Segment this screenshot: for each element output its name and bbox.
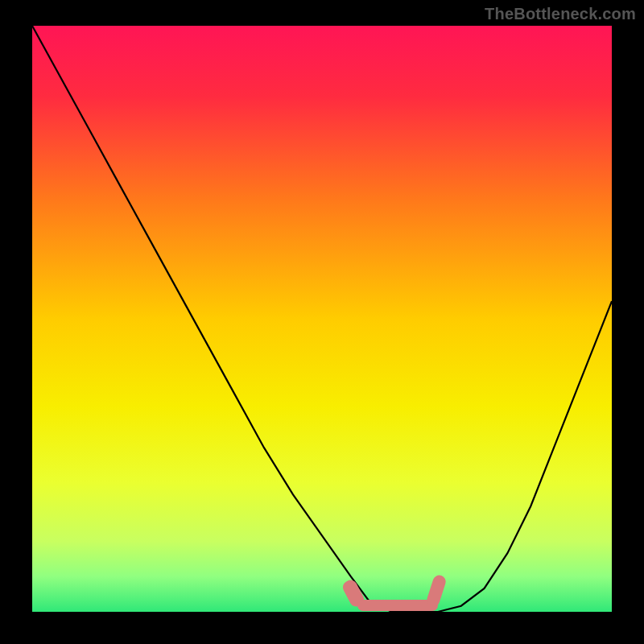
frame-right (612, 0, 644, 644)
bottleneck-curve (32, 26, 612, 612)
frame-left (0, 0, 32, 644)
optimal-range-marker-mid (357, 600, 438, 611)
frame-bottom (0, 612, 644, 644)
watermark-text: TheBottleneck.com (485, 5, 636, 23)
plot-area (32, 26, 612, 612)
